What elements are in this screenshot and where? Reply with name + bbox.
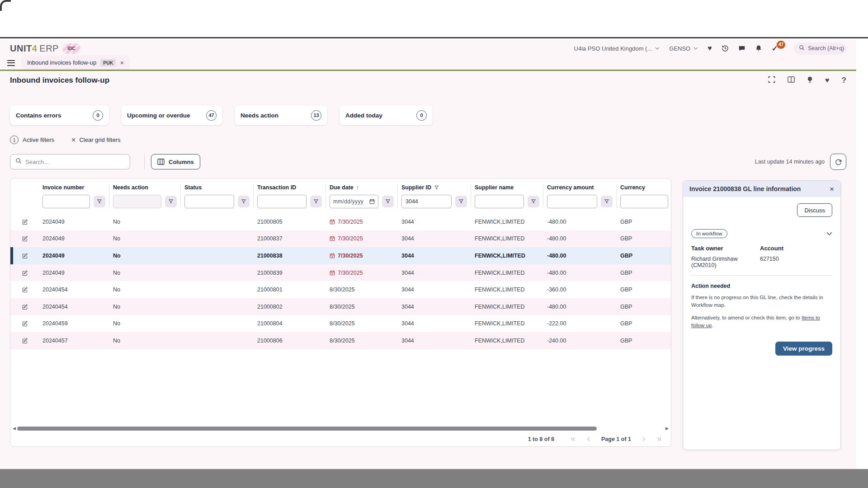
funnel-icon[interactable] xyxy=(165,196,177,207)
fullscreen-icon[interactable] xyxy=(768,76,775,85)
table-row[interactable]: 2024049 No 21000838 7/30/2025 3044 FENWI… xyxy=(10,247,671,264)
supplier-id-cell: 3044 xyxy=(398,298,471,315)
currency-amount-filter-input[interactable] xyxy=(547,195,597,208)
lightbulb-icon[interactable] xyxy=(807,76,813,85)
col-supplier-name[interactable]: Supplier name xyxy=(471,184,543,194)
card-contains-errors[interactable]: Contains errors 0 xyxy=(10,105,109,125)
clear-grid-filters-button[interactable]: × Clear grid filters xyxy=(71,136,120,144)
needs-action-filter-input[interactable] xyxy=(113,195,161,208)
previous-page-icon[interactable] xyxy=(586,436,591,442)
user-selector[interactable]: GENSO xyxy=(669,45,698,52)
columns-button[interactable]: Columns xyxy=(151,154,200,169)
table-row[interactable]: 2024049 No 21000839 7/30/2025 3044 FENWI… xyxy=(10,264,671,282)
card-needs-action[interactable]: Needs action 13 xyxy=(235,105,327,125)
overdue-calendar-icon xyxy=(330,219,335,225)
card-upcoming-overdue[interactable]: Upcoming or overdue 47 xyxy=(121,105,222,125)
status-filter-input[interactable] xyxy=(184,195,234,208)
edit-icon[interactable] xyxy=(21,337,29,345)
context-selector[interactable]: U4ia PSO United Kingdom (... xyxy=(574,45,660,52)
grid-search[interactable] xyxy=(10,154,130,169)
next-page-icon[interactable] xyxy=(641,436,646,442)
global-search[interactable] xyxy=(794,42,846,55)
edit-icon[interactable] xyxy=(21,269,29,277)
workflow-status-row: In workflow xyxy=(691,229,832,238)
currency-filter-input[interactable] xyxy=(620,195,668,208)
table-row[interactable]: 2024049 No 21000837 7/30/2025 3044 FENWI… xyxy=(10,230,671,248)
split-view-icon[interactable] xyxy=(788,76,795,84)
grid-toolbar: Columns Last update 14 minutes ago xyxy=(10,154,846,170)
table-row[interactable]: 20240454 No 21000802 8/30/2025 3044 FENW… xyxy=(10,298,671,315)
first-page-icon[interactable] xyxy=(571,436,576,442)
favorite-heart-icon[interactable]: ♥ xyxy=(825,76,830,84)
close-icon[interactable]: × xyxy=(830,185,834,193)
scroll-left-icon[interactable]: ◀ xyxy=(13,427,16,431)
hamburger-menu-icon[interactable] xyxy=(7,60,15,66)
supplier-name-cell: FENWICK,LIMITED xyxy=(471,230,543,248)
card-added-today[interactable]: Added today 0 xyxy=(340,105,433,125)
supplier-id-cell: 3044 xyxy=(398,281,471,298)
last-page-icon[interactable] xyxy=(656,436,662,442)
scrollbar-thumb[interactable] xyxy=(17,427,597,431)
edit-icon[interactable] xyxy=(21,218,29,226)
edit-icon[interactable] xyxy=(21,252,29,260)
funnel-icon[interactable] xyxy=(528,196,539,207)
edit-icon[interactable] xyxy=(21,303,29,311)
col-invoice-number[interactable]: Invoice number xyxy=(39,184,109,194)
divider xyxy=(691,275,832,276)
funnel-icon[interactable] xyxy=(94,196,105,207)
due-date-filter-input[interactable]: mm/dd/yyyy xyxy=(330,195,378,208)
history-icon[interactable] xyxy=(722,45,729,52)
funnel-icon[interactable] xyxy=(310,196,322,207)
funnel-icon[interactable] xyxy=(601,196,613,207)
funnel-icon[interactable] xyxy=(382,196,394,207)
main-area: Invoice number Needs action Status Trans… xyxy=(10,178,846,450)
invoice-number-cell: 20240457 xyxy=(39,332,109,349)
currency-cell: GBP xyxy=(617,247,671,264)
col-needs-action[interactable]: Needs action xyxy=(109,184,181,194)
supplier-id-cell: 3044 xyxy=(398,247,471,264)
chevron-down-icon[interactable] xyxy=(826,232,832,235)
account-value: 627150 xyxy=(760,256,832,268)
global-search-input[interactable] xyxy=(808,45,846,52)
transaction-id-filter-input[interactable] xyxy=(257,195,307,208)
brand[interactable]: UNIT4ERP IDC xyxy=(10,43,80,54)
invoice-number-filter-input[interactable] xyxy=(42,195,90,208)
currency-amount-cell: -240.00 xyxy=(543,332,617,349)
discuss-button[interactable]: Discuss xyxy=(797,203,832,217)
invoice-number-cell: 2024049 xyxy=(39,247,109,264)
tab-inbound-invoices[interactable]: Inbound invoices follow-up PUK × xyxy=(21,56,130,70)
col-due-date[interactable]: Due date ↑ xyxy=(326,184,398,194)
table-row[interactable]: 20240459 No 21000804 8/30/2025 3044 FENW… xyxy=(10,315,671,333)
edit-icon[interactable] xyxy=(21,319,29,328)
tasks-check-icon[interactable]: ✓ 47 xyxy=(772,44,778,53)
table-row[interactable]: 20240454 No 21000801 8/30/2025 3044 FENW… xyxy=(10,281,671,298)
edit-icon[interactable] xyxy=(21,235,29,243)
col-currency[interactable]: Currency xyxy=(617,184,671,194)
currency-cell: GBP xyxy=(617,281,671,298)
grid-search-input[interactable] xyxy=(25,159,125,165)
supplier-id-filter-input[interactable] xyxy=(401,195,452,208)
supplier-name-filter-input[interactable] xyxy=(475,195,524,208)
refresh-button[interactable] xyxy=(830,154,846,170)
col-currency-amount[interactable]: Currency amount xyxy=(543,184,617,194)
close-icon[interactable]: × xyxy=(120,59,124,66)
view-progress-button[interactable]: View progress xyxy=(775,342,832,356)
edit-icon[interactable] xyxy=(21,286,29,294)
table-row[interactable]: 2024049 No 21000805 7/30/2025 3044 FENWI… xyxy=(10,213,671,230)
table-row[interactable]: 20240457 No 21000806 8/30/2025 3044 FENW… xyxy=(10,332,671,349)
table-body: 2024049 No 21000805 7/30/2025 3044 FENWI… xyxy=(10,213,671,349)
bell-icon[interactable] xyxy=(755,45,762,52)
col-supplier-id[interactable]: Supplier ID xyxy=(398,184,471,194)
funnel-icon[interactable] xyxy=(238,196,250,207)
chat-icon[interactable] xyxy=(738,45,745,52)
help-icon[interactable]: ? xyxy=(842,76,846,85)
active-filters-label[interactable]: Active filters xyxy=(23,136,54,143)
col-status[interactable]: Status xyxy=(181,184,254,194)
close-icon: × xyxy=(71,136,75,144)
supplier-id-cell: 3044 xyxy=(398,213,471,230)
funnel-icon[interactable] xyxy=(455,196,467,207)
favorites-heart-icon[interactable]: ♥ xyxy=(708,44,712,52)
scroll-right-icon[interactable]: ▶ xyxy=(665,427,669,431)
col-transaction-id[interactable]: Transaction ID xyxy=(254,184,326,194)
supplier-id-cell: 3044 xyxy=(398,332,471,349)
